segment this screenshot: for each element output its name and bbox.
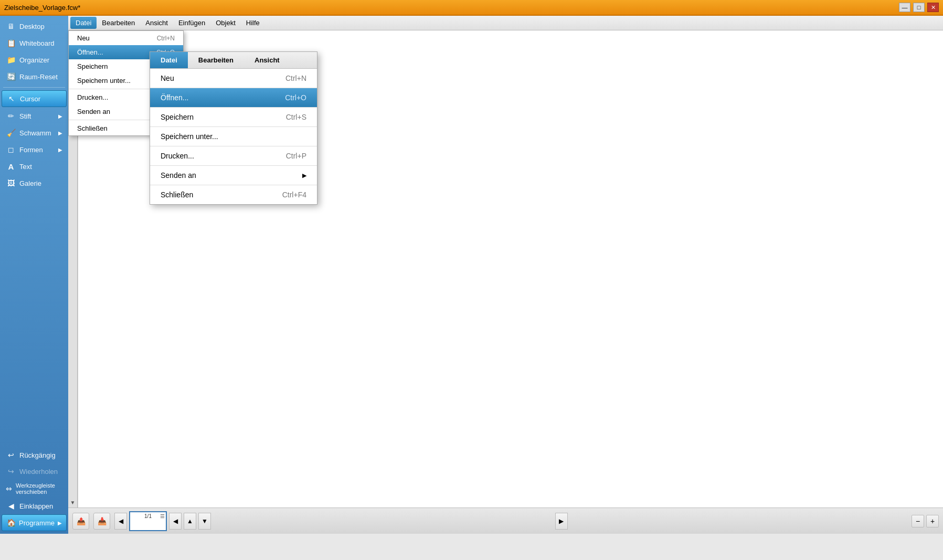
sidebar-item-programme[interactable]: 🏠 Programme ▶ bbox=[2, 514, 67, 531]
menu-hilfe[interactable]: Hilfe bbox=[241, 17, 265, 29]
menu-ansicht[interactable]: Ansicht bbox=[140, 17, 173, 29]
large-item-shortcut: Ctrl+N bbox=[285, 74, 306, 82]
large-dropdown-oeffnen[interactable]: Öffnen... Ctrl+O bbox=[150, 88, 317, 107]
sidebar-item-text[interactable]: A Text bbox=[2, 159, 67, 174]
sidebar-item-label: Raum-Reset bbox=[19, 73, 58, 81]
sidebar-item-label: Whiteboard bbox=[19, 39, 54, 47]
dropdown-item-label: Speichern unter... bbox=[77, 77, 131, 84]
page-thumbnail-icon: ☰ bbox=[160, 513, 165, 519]
sidebar-item-label: Stift bbox=[19, 112, 31, 120]
large-item-label: Schließen bbox=[161, 191, 193, 199]
sidebar-item-desktop[interactable]: 🖥 Desktop bbox=[2, 18, 67, 34]
dropdown-item-label: Öffnen... bbox=[77, 48, 103, 56]
page-thumbnail[interactable]: 1/1 ☰ bbox=[129, 511, 167, 531]
large-item-label: Drucken... bbox=[161, 152, 194, 160]
sidebar-item-werkzeugleiste[interactable]: ⇔ Werkzeugleiste verschieben bbox=[2, 480, 67, 498]
large-item-label: Speichern bbox=[161, 113, 194, 121]
large-item-label: Öffnen... bbox=[161, 93, 188, 102]
dropdown-neu[interactable]: Neu Ctrl+N bbox=[69, 31, 183, 45]
large-tab-bearbeiten[interactable]: Bearbeiten bbox=[188, 52, 244, 68]
large-dropdown-speichern[interactable]: Speichern Ctrl+S bbox=[150, 108, 317, 126]
sidebar-item-label: Formen bbox=[19, 146, 43, 154]
programme-icon: 🏠 bbox=[6, 517, 16, 528]
move-toolbar-icon: ⇔ bbox=[6, 483, 13, 494]
sidebar-item-label: Schwamm bbox=[19, 129, 51, 137]
import-icon: 📥 bbox=[98, 517, 107, 525]
sidebar: 🖥 Desktop 📋 Whiteboard 📁 Organizer 🔄 Rau… bbox=[0, 16, 68, 534]
zoom-in-button[interactable]: + bbox=[926, 515, 939, 527]
sidebar-item-galerie[interactable]: 🖼 Galerie bbox=[2, 175, 67, 191]
zoom-out-icon: − bbox=[916, 517, 920, 525]
raum-reset-icon: 🔄 bbox=[6, 71, 16, 82]
sidebar-item-label: Programme bbox=[19, 519, 55, 527]
canvas-area: ▲ ▼ Datei Bearbeiten Ansicht bbox=[68, 30, 943, 508]
sidebar-item-cursor[interactable]: ↖ Cursor bbox=[2, 90, 67, 107]
sidebar-item-wiederholen[interactable]: ↪ Wiederholen bbox=[2, 463, 67, 479]
titlebar: Zielscheibe_Vorlage.fcw* — □ ✕ bbox=[0, 0, 943, 16]
close-button[interactable]: ✕ bbox=[927, 3, 939, 12]
sidebar-item-label: Galerie bbox=[19, 179, 41, 187]
desktop-icon: 🖥 bbox=[6, 21, 16, 31]
dropdown-shortcut: Ctrl+N bbox=[157, 35, 175, 42]
next-page-button[interactable]: ◀ bbox=[169, 513, 182, 530]
menu-datei[interactable]: Datei bbox=[70, 17, 97, 29]
zoom-out-button[interactable]: − bbox=[912, 515, 924, 527]
stift-submenu-arrow: ▶ bbox=[58, 113, 62, 119]
dropdown-item-label: Senden an bbox=[77, 108, 110, 115]
prev-page-button[interactable]: ◀ bbox=[114, 513, 127, 530]
large-dropdown-drucken[interactable]: Drucken... Ctrl+P bbox=[150, 146, 317, 165]
sidebar-item-label: Werkzeugleiste verschieben bbox=[16, 482, 62, 495]
dropdown-item-label: Drucken... bbox=[77, 93, 108, 101]
undo-icon: ↩ bbox=[6, 450, 16, 460]
menu-bearbeiten[interactable]: Bearbeiten bbox=[97, 17, 140, 29]
large-tab-ansicht[interactable]: Ansicht bbox=[244, 52, 290, 68]
sidebar-item-raum-reset[interactable]: 🔄 Raum-Reset bbox=[2, 69, 67, 84]
dropdown-item-label: Neu bbox=[77, 34, 90, 42]
page-nav-down[interactable]: ▼ bbox=[198, 513, 211, 530]
large-dropdown-neu[interactable]: Neu Ctrl+N bbox=[150, 69, 317, 88]
page-nav-up[interactable]: ▲ bbox=[184, 513, 196, 530]
menubar: Datei Bearbeiten Ansicht Einfügen Objekt… bbox=[68, 16, 943, 30]
export-button[interactable]: 📤 bbox=[72, 513, 89, 530]
sidebar-item-label: Rückgängig bbox=[19, 451, 56, 459]
organizer-icon: 📁 bbox=[6, 55, 16, 65]
large-dropdown-speichern-unter[interactable]: Speichern unter... bbox=[150, 127, 317, 146]
bottombar: 📤 📥 ◀ 1/1 ☰ ◀ ▲ ▼ ▶ − bbox=[68, 508, 943, 534]
large-tab-datei[interactable]: Datei bbox=[150, 52, 188, 68]
restore-button[interactable]: □ bbox=[913, 3, 925, 12]
eraser-icon: 🧹 bbox=[6, 128, 16, 138]
senden-submenu-arrow: ▶ bbox=[302, 172, 306, 179]
scroll-end-button[interactable]: ▶ bbox=[555, 513, 568, 530]
sidebar-item-schwamm[interactable]: 🧹 Schwamm ▶ bbox=[2, 125, 67, 141]
sidebar-item-rueckgaengig[interactable]: ↩ Rückgängig bbox=[2, 447, 67, 463]
formen-submenu-arrow: ▶ bbox=[58, 147, 62, 153]
content: Datei Bearbeiten Ansicht Einfügen Objekt… bbox=[68, 16, 943, 534]
shapes-icon: ◻ bbox=[6, 144, 16, 155]
sidebar-item-organizer[interactable]: 📁 Organizer bbox=[2, 52, 67, 68]
sidebar-item-label: Desktop bbox=[19, 23, 45, 30]
sidebar-item-einklappen[interactable]: ◀ Einklappen bbox=[2, 498, 67, 514]
large-item-label: Speichern unter... bbox=[161, 132, 218, 141]
sidebar-item-stift[interactable]: ✏ Stift ▶ bbox=[2, 108, 67, 124]
redo-icon: ↪ bbox=[6, 466, 16, 477]
import-button[interactable]: 📥 bbox=[93, 513, 110, 530]
dropdown-item-label: Speichern bbox=[77, 62, 108, 70]
sidebar-item-whiteboard[interactable]: 📋 Whiteboard bbox=[2, 35, 67, 51]
sidebar-bottom: ↩ Rückgängig ↪ Wiederholen ⇔ Werkzeuglei… bbox=[0, 447, 68, 534]
minimize-button[interactable]: — bbox=[899, 3, 910, 12]
text-icon: A bbox=[6, 161, 16, 172]
menu-einfuegen[interactable]: Einfügen bbox=[173, 17, 210, 29]
menu-objekt[interactable]: Objekt bbox=[210, 17, 241, 29]
large-dropdown-schliessen[interactable]: Schließen Ctrl+F4 bbox=[150, 185, 317, 204]
large-item-label: Senden an bbox=[161, 171, 196, 179]
large-dropdown-senden-an[interactable]: Senden an ▶ bbox=[150, 166, 317, 185]
page-navigation: ◀ 1/1 ☰ ◀ ▲ ▼ bbox=[114, 511, 211, 531]
sidebar-item-label: Einklappen bbox=[19, 502, 53, 510]
pen-icon: ✏ bbox=[6, 111, 16, 121]
large-item-shortcut: Ctrl+P bbox=[286, 152, 306, 160]
sidebar-item-formen[interactable]: ◻ Formen ▶ bbox=[2, 142, 67, 157]
scroll-down-arrow[interactable]: ▼ bbox=[68, 498, 77, 508]
dropdown-item-label: Schließen bbox=[77, 124, 108, 132]
schwamm-submenu-arrow: ▶ bbox=[58, 130, 62, 136]
zoom-in-icon: + bbox=[930, 517, 935, 525]
